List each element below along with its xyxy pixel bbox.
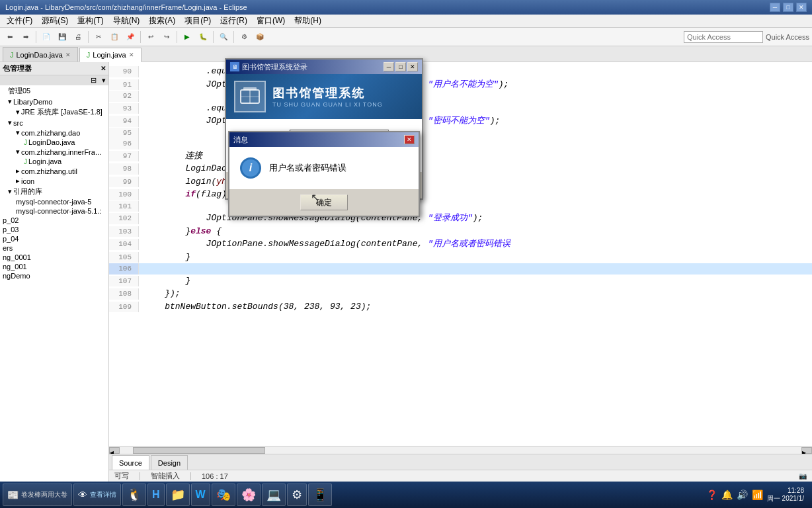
library-title-en: TU SHU GUAN GUAN LI XI TONG <box>272 101 383 108</box>
taskbar-volume-icon[interactable]: 🔊 <box>737 489 748 500</box>
taskbar-item-word[interactable]: W <box>191 484 210 506</box>
sidebar-item-src[interactable]: ▾ src <box>0 118 108 128</box>
toolbar-btn-search[interactable]: 🔍 <box>216 30 231 44</box>
sidebar-item-mysql2[interactable]: mysql-connector-java-5.1.: <box>0 206 108 216</box>
sidebar-item-mng05[interactable]: 管理05 <box>0 85 108 97</box>
sidebar-item-libary-label: LibaryDemo <box>13 98 52 106</box>
sidebar-item-reflib[interactable]: ▾ 引用的库 <box>0 186 108 197</box>
toolbar-btn-redo[interactable]: ↪ <box>159 30 174 44</box>
maximize-btn[interactable]: □ <box>783 3 793 12</box>
quick-access-input[interactable] <box>684 31 763 43</box>
menu-search[interactable]: 搜索(A) <box>145 15 179 27</box>
sidebar-arrow-inner: ▾ <box>16 148 20 156</box>
scroll-left-btn[interactable]: ◂ <box>109 447 120 454</box>
tab-logindao[interactable]: J LoginDao.java ✕ <box>3 47 78 62</box>
sidebar-item-ng1[interactable]: ng_0001 <box>0 253 108 262</box>
toolbar-btn-5[interactable]: 🖨 <box>71 30 85 44</box>
toolbar-btn-3[interactable]: 📄 <box>39 30 54 44</box>
menu-navigate[interactable]: 导航(N) <box>109 15 144 27</box>
code-line-92: 92 <box>109 91 812 102</box>
menu-project[interactable]: 项目(P) <box>181 15 215 27</box>
sidebar-item-dao[interactable]: ▾ com.zhizhang.dao <box>0 128 108 138</box>
taskbar-item-scroll[interactable]: 📰 卷发棒两用大卷 <box>3 484 72 506</box>
sidebar-content[interactable]: ⊟ ▾ 管理05 ▾ LibaryDemo ▾ JRE 系统库 [JavaSE-… <box>0 75 108 482</box>
scroll-thumb[interactable] <box>133 447 265 454</box>
watermark: 录制工具 KK录像机 <box>3 456 31 475</box>
taskbar-item-gear[interactable]: ⚙ <box>287 484 307 506</box>
taskbar-view-label: 查看详情 <box>90 490 116 499</box>
sidebar-item-p04[interactable]: p_04 <box>0 234 108 243</box>
login-maximize-btn[interactable]: □ <box>395 62 406 71</box>
login-minimize-btn[interactable]: ─ <box>384 62 394 71</box>
sidebar-item-p02[interactable]: p_02 <box>0 216 108 225</box>
sidebar-item-innerframe[interactable]: ▾ com.zhizhang.innerFra... <box>0 147 108 157</box>
toolbar-btn-7[interactable]: 📋 <box>107 30 122 44</box>
taskbar-item-view[interactable]: 👁 查看详情 <box>73 484 121 506</box>
toolbar-btn-undo[interactable]: ↩ <box>143 30 158 44</box>
toolbar-btn-extra2[interactable]: 📦 <box>253 30 267 44</box>
close-btn[interactable]: ✕ <box>796 3 807 12</box>
sidebar-item-logindao[interactable]: J LoginDao.java <box>0 138 108 147</box>
taskbar-clock[interactable]: 11:28 周一 2021/1/ <box>767 487 804 503</box>
msg-ok-btn[interactable]: 确定 <box>300 194 348 210</box>
menu-run[interactable]: 运行(R) <box>216 15 251 27</box>
toolbar-btn-extra1[interactable]: ⚙ <box>237 30 251 44</box>
taskbar-item-phone[interactable]: 📱 <box>308 484 332 506</box>
tab-source[interactable]: Source <box>112 455 149 470</box>
sidebar-icon-collapse[interactable]: ⊟ <box>91 76 97 85</box>
sidebar-item-mysql1[interactable]: mysql-connector-java-5 <box>0 197 108 206</box>
quick-access-label: Quick Access <box>766 33 809 41</box>
sidebar-item-jre[interactable]: ▾ JRE 系统库 [JavaSE-1.8] <box>0 106 108 118</box>
taskbar-network-icon[interactable]: 📶 <box>752 489 763 500</box>
sidebar-icon-settings[interactable]: ▾ <box>102 76 106 85</box>
sidebar-item-icon[interactable]: ▸ icon <box>0 176 108 186</box>
toolbar-btn-run[interactable]: ▶ <box>180 30 194 44</box>
sidebar-item-util[interactable]: ▸ com.zhizhang.util <box>0 166 108 176</box>
menu-source[interactable]: 源码(S) <box>38 15 72 27</box>
menu-refactor[interactable]: 重构(T) <box>73 15 107 27</box>
menu-window[interactable]: 窗口(W) <box>253 15 289 27</box>
sidebar-item-ngdemo[interactable]: ngDemo <box>0 271 108 280</box>
toolbar-btn-2[interactable]: ➡ <box>19 30 33 44</box>
sidebar-item-login[interactable]: J Login.java <box>0 157 108 166</box>
toolbar-btn-6[interactable]: ✂ <box>91 30 106 44</box>
msg-title-text: 消息 <box>233 135 248 145</box>
msg-close-btn[interactable]: ✕ <box>404 135 415 144</box>
taskbar-item-pc[interactable]: 💻 <box>262 484 286 506</box>
toolbar-btn-debug[interactable]: 🐛 <box>196 30 210 44</box>
login-close-btn[interactable]: ✕ <box>407 62 418 71</box>
sidebar-item-p03[interactable]: p_03 <box>0 225 108 234</box>
toolbar-btn-1[interactable]: ⬅ <box>3 30 17 44</box>
tab-login[interactable]: J Login.java ✕ <box>79 48 142 62</box>
scroll-right-btn[interactable]: ▸ <box>801 447 812 454</box>
tab-design[interactable]: Design <box>151 455 188 470</box>
taskbar-mask-icon: 🎭 <box>216 487 231 502</box>
sidebar-item-libary[interactable]: ▾ LibaryDemo <box>0 97 108 106</box>
taskbar-item-flower[interactable]: 🌸 <box>237 484 261 506</box>
code-editor[interactable]: 90 .equals("")) { 91 JOptionPane.showMes… <box>109 62 812 446</box>
sidebar-item-ers[interactable]: ers <box>0 243 108 253</box>
toolbar-sep-4 <box>177 31 177 43</box>
taskbar-item-qq[interactable]: 🐧 <box>122 484 146 506</box>
horizontal-scrollbar[interactable]: ◂ ▸ <box>109 446 812 454</box>
minimize-btn[interactable]: ─ <box>770 3 780 12</box>
taskbar-item-folder[interactable]: 📁 <box>166 484 190 506</box>
toolbar-btn-4[interactable]: 💾 <box>55 30 69 44</box>
taskbar-help-icon[interactable]: ❓ <box>706 489 717 500</box>
code-line-98: 98 LoginDao(); <box>109 162 812 175</box>
toolbar-sep-3 <box>140 31 141 43</box>
status-sep-2 <box>190 472 191 480</box>
sidebar-controls[interactable]: ✕ <box>101 65 106 72</box>
tab-logindao-close[interactable]: ✕ <box>65 52 71 58</box>
toolbar-btn-8[interactable]: 📌 <box>123 30 138 44</box>
taskbar-item-h[interactable]: H <box>147 484 165 506</box>
sidebar-item-login-label: Login.java <box>28 157 61 165</box>
menu-help[interactable]: 帮助(H) <box>290 15 325 27</box>
tab-login-close[interactable]: ✕ <box>129 52 134 58</box>
taskbar-notify-icon[interactable]: 🔔 <box>721 489 733 500</box>
menu-file[interactable]: 文件(F) <box>3 15 36 27</box>
sidebar-item-ng2[interactable]: ng_001 <box>0 262 108 271</box>
toolbar-sep-6 <box>233 31 234 43</box>
code-line-107: 107 } <box>109 275 812 288</box>
taskbar-item-mask[interactable]: 🎭 <box>212 484 235 506</box>
